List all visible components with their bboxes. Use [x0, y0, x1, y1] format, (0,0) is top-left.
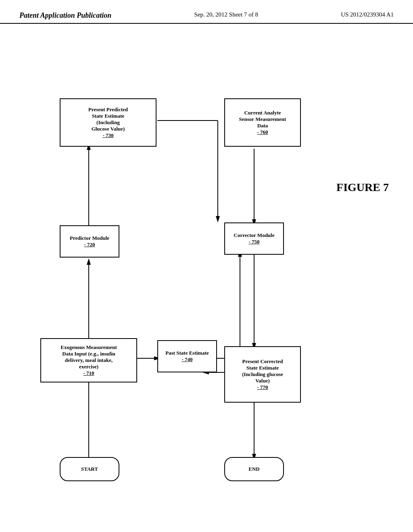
box-710: Exogenous MeasurementData Input (e.g., i… [40, 338, 137, 382]
svg-marker-10 [216, 216, 220, 222]
start-box: START [60, 457, 119, 481]
publication-title: Patent Application Publication [19, 11, 111, 20]
figure-label: FIGURE 7 [336, 181, 389, 194]
box-760: Current AnalyteSensor MeasurementData - … [224, 98, 301, 147]
end-box: END [224, 457, 284, 481]
box-770: Present CorrectedState Estimate(Includin… [224, 346, 301, 403]
svg-marker-3 [87, 258, 91, 265]
box-740: Past State Estimate - 740 [157, 340, 217, 372]
box-750: Corrector Module - 750 [224, 222, 284, 255]
box-730: Present PredictedState Estimate(Includin… [60, 98, 156, 147]
box-720: Predictor Module - 720 [60, 225, 119, 258]
publication-meta: Sep. 20, 2012 Sheet 7 of 8 [194, 11, 258, 18]
diagram-area: START Exogenous MeasurementData Input (e… [0, 28, 413, 528]
page-header: Patent Application Publication Sep. 20, … [0, 0, 413, 24]
publication-number: US 2012/0239304 A1 [341, 11, 394, 18]
